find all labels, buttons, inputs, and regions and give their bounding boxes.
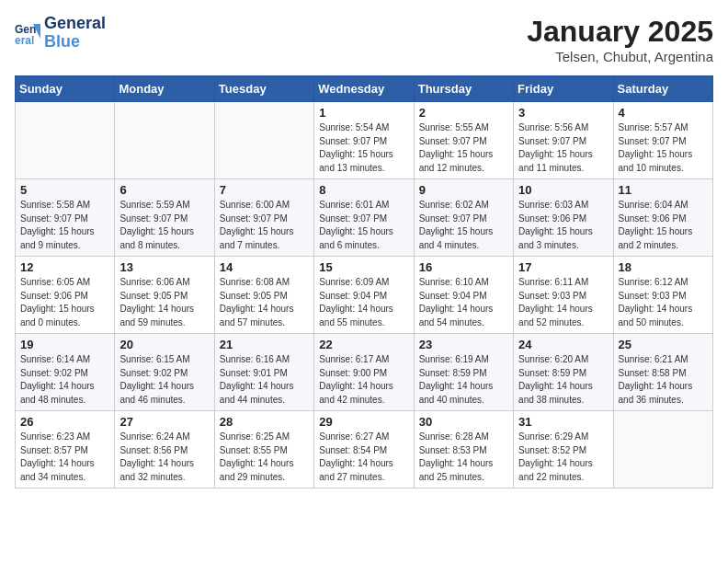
cell-content: Sunrise: 6:28 AMSunset: 8:53 PMDaylight:… <box>419 431 508 484</box>
calendar-cell: 14Sunrise: 6:08 AMSunset: 9:05 PMDayligh… <box>214 257 313 334</box>
calendar-cell: 11Sunrise: 6:04 AMSunset: 9:06 PMDayligh… <box>613 179 712 257</box>
calendar-cell: 7Sunrise: 6:00 AMSunset: 9:07 PMDaylight… <box>214 179 313 257</box>
day-number: 1 <box>319 106 408 120</box>
location: Telsen, Chubut, Argentina <box>527 49 713 64</box>
calendar-row: 5Sunrise: 5:58 AMSunset: 9:07 PMDaylight… <box>16 179 713 257</box>
calendar-cell: 12Sunrise: 6:05 AMSunset: 9:06 PMDayligh… <box>16 257 115 334</box>
day-number: 23 <box>419 338 508 351</box>
day-number: 22 <box>319 338 408 351</box>
calendar-cell: 30Sunrise: 6:28 AMSunset: 8:53 PMDayligh… <box>414 411 513 488</box>
weekday-header-row: SundayMondayTuesdayWednesdayThursdayFrid… <box>16 76 713 102</box>
month-title: January 2025 <box>527 15 713 49</box>
calendar-cell: 4Sunrise: 5:57 AMSunset: 9:07 PMDaylight… <box>613 102 712 179</box>
calendar-cell: 26Sunrise: 6:23 AMSunset: 8:57 PMDayligh… <box>16 411 115 488</box>
cell-content: Sunrise: 6:00 AMSunset: 9:07 PMDaylight:… <box>220 199 309 252</box>
cell-content: Sunrise: 6:11 AMSunset: 9:03 PMDaylight:… <box>518 276 608 329</box>
calendar-cell <box>613 411 712 488</box>
day-number: 26 <box>20 415 109 429</box>
calendar-cell: 18Sunrise: 6:12 AMSunset: 9:03 PMDayligh… <box>613 257 712 334</box>
cell-content: Sunrise: 6:02 AMSunset: 9:07 PMDaylight:… <box>419 199 508 252</box>
weekday-header: Sunday <box>16 76 115 102</box>
calendar-cell: 9Sunrise: 6:02 AMSunset: 9:07 PMDaylight… <box>414 179 513 257</box>
calendar-cell <box>214 102 313 179</box>
cell-content: Sunrise: 6:16 AMSunset: 9:01 PMDaylight:… <box>220 353 309 407</box>
calendar-cell <box>16 102 115 179</box>
cell-content: Sunrise: 5:59 AMSunset: 9:07 PMDaylight:… <box>119 199 209 252</box>
cell-content: Sunrise: 6:17 AMSunset: 9:00 PMDaylight:… <box>319 353 408 407</box>
day-number: 28 <box>220 415 309 429</box>
calendar-cell: 1Sunrise: 5:54 AMSunset: 9:07 PMDaylight… <box>314 102 414 179</box>
day-number: 2 <box>419 106 508 120</box>
calendar-row: 19Sunrise: 6:14 AMSunset: 9:02 PMDayligh… <box>16 334 713 411</box>
day-number: 30 <box>419 415 508 429</box>
cell-content: Sunrise: 6:21 AMSunset: 8:58 PMDaylight:… <box>619 353 708 407</box>
calendar-cell: 22Sunrise: 6:17 AMSunset: 9:00 PMDayligh… <box>314 334 414 411</box>
day-number: 15 <box>319 260 408 274</box>
day-number: 10 <box>518 183 608 197</box>
day-number: 7 <box>220 183 309 197</box>
calendar-cell: 23Sunrise: 6:19 AMSunset: 8:59 PMDayligh… <box>414 334 513 411</box>
cell-content: Sunrise: 6:24 AMSunset: 8:56 PMDaylight:… <box>119 431 209 484</box>
day-number: 14 <box>220 260 309 274</box>
calendar-cell: 15Sunrise: 6:09 AMSunset: 9:04 PMDayligh… <box>314 257 414 334</box>
weekday-header: Saturday <box>613 76 712 102</box>
day-number: 25 <box>619 338 708 351</box>
cell-content: Sunrise: 5:57 AMSunset: 9:07 PMDaylight:… <box>619 121 708 175</box>
calendar-cell: 27Sunrise: 6:24 AMSunset: 8:56 PMDayligh… <box>115 411 214 488</box>
day-number: 17 <box>518 260 608 274</box>
cell-content: Sunrise: 6:01 AMSunset: 9:07 PMDaylight:… <box>319 199 408 252</box>
day-number: 8 <box>319 183 408 197</box>
day-number: 13 <box>119 260 209 274</box>
day-number: 12 <box>20 260 109 274</box>
calendar-cell: 6Sunrise: 5:59 AMSunset: 9:07 PMDaylight… <box>115 179 214 257</box>
calendar-cell: 20Sunrise: 6:15 AMSunset: 9:02 PMDayligh… <box>115 334 214 411</box>
calendar-cell: 17Sunrise: 6:11 AMSunset: 9:03 PMDayligh… <box>514 257 613 334</box>
day-number: 5 <box>20 183 109 197</box>
calendar-row: 26Sunrise: 6:23 AMSunset: 8:57 PMDayligh… <box>16 411 713 488</box>
cell-content: Sunrise: 5:54 AMSunset: 9:07 PMDaylight:… <box>319 121 408 175</box>
calendar-cell: 3Sunrise: 5:56 AMSunset: 9:07 PMDaylight… <box>514 102 613 179</box>
cell-content: Sunrise: 5:58 AMSunset: 9:07 PMDaylight:… <box>20 199 109 252</box>
cell-content: Sunrise: 5:55 AMSunset: 9:07 PMDaylight:… <box>419 121 508 175</box>
cell-content: Sunrise: 6:25 AMSunset: 8:55 PMDaylight:… <box>220 431 309 484</box>
cell-content: Sunrise: 6:09 AMSunset: 9:04 PMDaylight:… <box>319 276 408 329</box>
title-block: January 2025 Telsen, Chubut, Argentina <box>527 15 713 64</box>
cell-content: Sunrise: 5:56 AMSunset: 9:07 PMDaylight:… <box>518 121 608 175</box>
day-number: 4 <box>619 106 708 120</box>
calendar-cell: 2Sunrise: 5:55 AMSunset: 9:07 PMDaylight… <box>414 102 513 179</box>
calendar-cell: 16Sunrise: 6:10 AMSunset: 9:04 PMDayligh… <box>414 257 513 334</box>
calendar-cell: 24Sunrise: 6:20 AMSunset: 8:59 PMDayligh… <box>514 334 613 411</box>
cell-content: Sunrise: 6:15 AMSunset: 9:02 PMDaylight:… <box>119 353 209 407</box>
day-number: 18 <box>619 260 708 274</box>
calendar-cell: 21Sunrise: 6:16 AMSunset: 9:01 PMDayligh… <box>214 334 313 411</box>
weekday-header: Friday <box>514 76 613 102</box>
weekday-header: Wednesday <box>314 76 414 102</box>
calendar-cell: 8Sunrise: 6:01 AMSunset: 9:07 PMDaylight… <box>314 179 414 257</box>
cell-content: Sunrise: 6:23 AMSunset: 8:57 PMDaylight:… <box>20 431 109 484</box>
calendar-cell: 25Sunrise: 6:21 AMSunset: 8:58 PMDayligh… <box>613 334 712 411</box>
day-number: 16 <box>419 260 508 274</box>
cell-content: Sunrise: 6:10 AMSunset: 9:04 PMDaylight:… <box>419 276 508 329</box>
calendar-cell: 19Sunrise: 6:14 AMSunset: 9:02 PMDayligh… <box>16 334 115 411</box>
day-number: 19 <box>20 338 109 351</box>
cell-content: Sunrise: 6:03 AMSunset: 9:06 PMDaylight:… <box>518 199 608 252</box>
day-number: 9 <box>419 183 508 197</box>
cell-content: Sunrise: 6:19 AMSunset: 8:59 PMDaylight:… <box>419 353 508 407</box>
day-number: 31 <box>518 415 608 429</box>
calendar-cell: 28Sunrise: 6:25 AMSunset: 8:55 PMDayligh… <box>214 411 313 488</box>
weekday-header: Tuesday <box>214 76 313 102</box>
logo-icon: Gen eral <box>15 20 40 46</box>
calendar-cell: 31Sunrise: 6:29 AMSunset: 8:52 PMDayligh… <box>514 411 613 488</box>
calendar: SundayMondayTuesdayWednesdayThursdayFrid… <box>15 75 713 488</box>
weekday-header: Thursday <box>414 76 513 102</box>
day-number: 21 <box>220 338 309 351</box>
day-number: 11 <box>619 183 708 197</box>
calendar-cell: 5Sunrise: 5:58 AMSunset: 9:07 PMDaylight… <box>16 179 115 257</box>
page-header: Gen eral General Blue January 2025 Telse… <box>15 15 713 64</box>
day-number: 6 <box>119 183 209 197</box>
cell-content: Sunrise: 6:08 AMSunset: 9:05 PMDaylight:… <box>220 276 309 329</box>
cell-content: Sunrise: 6:20 AMSunset: 8:59 PMDaylight:… <box>518 353 608 407</box>
logo-text: General Blue <box>44 15 106 52</box>
cell-content: Sunrise: 6:27 AMSunset: 8:54 PMDaylight:… <box>319 431 408 484</box>
svg-text:eral: eral <box>15 34 34 46</box>
